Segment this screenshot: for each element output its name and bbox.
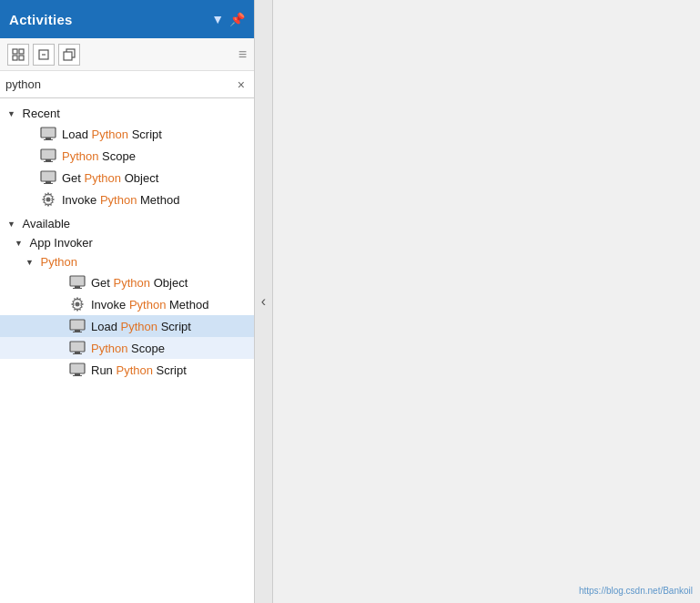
svg-rect-18 bbox=[70, 276, 85, 286]
activity-icon-1 bbox=[40, 126, 56, 142]
copy-icon bbox=[63, 48, 76, 61]
svg-rect-12 bbox=[46, 159, 51, 161]
available-group[interactable]: Available bbox=[0, 214, 254, 233]
svg-rect-22 bbox=[70, 320, 85, 330]
svg-rect-20 bbox=[73, 288, 82, 289]
recent-group[interactable]: Recent bbox=[0, 104, 254, 123]
avail-invoke-python-method[interactable]: Invoke Python Method bbox=[0, 293, 254, 315]
screen-icon bbox=[40, 170, 56, 185]
toolbar: ≡ bbox=[0, 38, 254, 71]
screen-icon bbox=[69, 319, 86, 333]
recent-python-scope[interactable]: Python Scope bbox=[0, 145, 254, 167]
dropdown-arrow-icon[interactable]: ▼ bbox=[211, 12, 224, 26]
activity-icon-avail-5 bbox=[69, 362, 86, 378]
svg-point-21 bbox=[76, 302, 80, 307]
activity-icon-3 bbox=[40, 169, 56, 186]
svg-rect-16 bbox=[44, 183, 53, 184]
svg-rect-1 bbox=[19, 49, 24, 54]
svg-rect-7 bbox=[64, 52, 72, 60]
recent-label: Recent bbox=[23, 107, 60, 120]
screen-icon bbox=[69, 341, 86, 355]
recent-invoke-python-method[interactable]: Invoke Python Method bbox=[0, 189, 254, 210]
recent-load-python-script[interactable]: Load Python Script bbox=[0, 123, 254, 145]
collapse-all-button[interactable] bbox=[33, 44, 55, 66]
app-invoker-group[interactable]: App Invoker bbox=[0, 233, 254, 252]
svg-rect-10 bbox=[44, 139, 53, 140]
svg-rect-19 bbox=[75, 286, 80, 288]
svg-rect-8 bbox=[41, 128, 56, 138]
svg-rect-28 bbox=[70, 363, 85, 373]
activities-panel: Activities ▼ 📌 bbox=[0, 0, 255, 603]
svg-rect-24 bbox=[73, 332, 82, 332]
svg-point-17 bbox=[46, 198, 51, 202]
main-area bbox=[273, 0, 700, 603]
svg-rect-13 bbox=[44, 161, 53, 162]
svg-rect-9 bbox=[46, 138, 51, 139]
available-label: Available bbox=[23, 217, 71, 230]
available-section: Available App Invoker Python bbox=[0, 212, 254, 383]
header-controls: ▼ 📌 bbox=[211, 12, 245, 26]
activity-icon-avail-4 bbox=[69, 340, 86, 356]
collapse-arrow-icon: ‹ bbox=[261, 293, 266, 310]
recent-collapse-icon bbox=[7, 108, 15, 118]
svg-rect-29 bbox=[75, 373, 80, 375]
gear-icon-recent bbox=[40, 191, 56, 208]
gear-icon bbox=[41, 192, 56, 207]
python-group[interactable]: Python bbox=[0, 252, 254, 271]
python-group-label: Python bbox=[41, 255, 77, 269]
svg-rect-15 bbox=[46, 181, 51, 183]
expand-all-icon bbox=[12, 48, 25, 61]
activity-icon-avail-1 bbox=[69, 274, 86, 291]
avail-run-python-script[interactable]: Run Python Script bbox=[0, 359, 254, 381]
item-text: Run Python Script bbox=[91, 363, 187, 377]
copy-button[interactable] bbox=[58, 44, 80, 66]
collapse-all-icon bbox=[37, 48, 50, 61]
screen-icon bbox=[40, 148, 56, 163]
screen-icon bbox=[69, 363, 86, 377]
app-invoker-collapse-icon bbox=[15, 238, 23, 248]
avail-load-python-script[interactable]: Load Python Script bbox=[0, 315, 254, 337]
svg-rect-2 bbox=[13, 56, 17, 60]
avail-python-scope[interactable]: Python Scope bbox=[0, 337, 254, 359]
item-text: Python Scope bbox=[62, 149, 136, 163]
svg-rect-25 bbox=[70, 342, 85, 352]
screen-icon bbox=[40, 127, 56, 141]
svg-rect-3 bbox=[19, 56, 24, 60]
item-text: Get Python Object bbox=[91, 276, 188, 290]
search-input[interactable] bbox=[5, 77, 234, 91]
item-text: Invoke Python Method bbox=[91, 298, 208, 312]
svg-rect-23 bbox=[75, 330, 80, 332]
activity-icon-2 bbox=[40, 148, 56, 164]
activities-tree: Recent Load Python Script bbox=[0, 98, 254, 603]
svg-rect-27 bbox=[73, 353, 82, 354]
item-text: Python Scope bbox=[91, 342, 165, 355]
toolbar-menu-icon[interactable]: ≡ bbox=[238, 46, 247, 63]
watermark: https://blog.csdn.net/Bankoil bbox=[579, 586, 693, 596]
screen-icon bbox=[69, 275, 86, 290]
svg-rect-0 bbox=[13, 49, 17, 54]
search-bar: × bbox=[0, 71, 254, 98]
gear-icon-avail-1 bbox=[69, 296, 86, 312]
panel-header: Activities ▼ 📌 bbox=[0, 0, 254, 38]
search-clear-button[interactable]: × bbox=[234, 76, 249, 94]
svg-rect-30 bbox=[73, 375, 82, 376]
item-text: Load Python Script bbox=[62, 128, 162, 141]
python-collapse-icon bbox=[25, 257, 34, 267]
app-invoker-label: App Invoker bbox=[30, 236, 93, 250]
item-text: Invoke Python Method bbox=[62, 193, 179, 207]
expand-all-button[interactable] bbox=[7, 44, 29, 66]
pin-icon[interactable]: 📌 bbox=[229, 12, 245, 26]
recent-section: Recent Load Python Script bbox=[0, 102, 254, 212]
item-text: Load Python Script bbox=[91, 320, 191, 333]
recent-get-python-object[interactable]: Get Python Object bbox=[0, 167, 254, 189]
gear-icon bbox=[70, 297, 85, 312]
panel-title: Activities bbox=[9, 12, 73, 27]
avail-get-python-object[interactable]: Get Python Object bbox=[0, 271, 254, 293]
svg-rect-11 bbox=[41, 149, 56, 159]
item-text: Get Python Object bbox=[62, 171, 158, 185]
available-collapse-icon bbox=[7, 219, 15, 229]
activity-icon-avail-3 bbox=[69, 318, 86, 334]
collapse-handle[interactable]: ‹ bbox=[255, 0, 273, 603]
svg-rect-26 bbox=[75, 352, 80, 353]
svg-rect-14 bbox=[41, 171, 56, 181]
